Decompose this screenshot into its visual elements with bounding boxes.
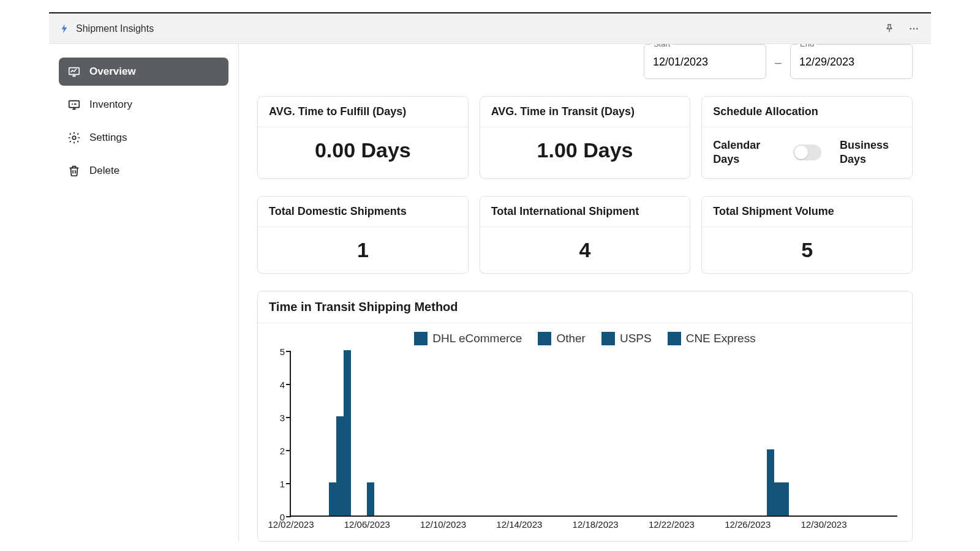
chart-legend: DHL eCommerce Other USPS CNE Express: [273, 332, 897, 345]
card-avg-fulfill: AVG. Time to Fulfill (Days) 0.00 Days: [257, 96, 469, 179]
y-tick-label: 2: [280, 445, 285, 455]
legend-swatch-icon: [538, 332, 551, 345]
page-title: Shipment Insights: [76, 23, 154, 34]
chart-title: Time in Transit Shipping Method: [258, 291, 912, 323]
card-title: Total International Shipment: [480, 197, 690, 227]
card-value: 5: [702, 227, 912, 273]
x-tick-label: 12/22/2023: [649, 519, 695, 530]
sidebar-item-label: Settings: [89, 132, 127, 144]
card-value: 0.00 Days: [258, 127, 468, 173]
legend-item[interactable]: DHL eCommerce: [414, 332, 522, 345]
x-tick-label: 12/02/2023: [268, 519, 314, 530]
legend-swatch-icon: [414, 332, 428, 345]
card-title: Total Shipment Volume: [702, 197, 912, 227]
gear-icon: [67, 131, 81, 144]
x-tick-label: 12/06/2023: [344, 519, 390, 530]
x-tick-label: 12/18/2023: [573, 519, 619, 530]
inventory-icon: [67, 98, 81, 111]
x-tick-label: 12/14/2023: [496, 519, 542, 530]
svg-point-1: [913, 28, 915, 29]
date-range: Start – End: [257, 44, 913, 79]
sidebar-item-delete[interactable]: Delete: [59, 157, 228, 185]
y-tick-label: 5: [280, 346, 285, 356]
card-title: Schedule Allocation: [702, 97, 912, 127]
sidebar-item-inventory[interactable]: Inventory: [59, 91, 228, 119]
sidebar-item-label: Overview: [89, 66, 136, 78]
card-value: 4: [480, 227, 690, 273]
trash-icon: [67, 164, 81, 178]
chart-bar[interactable]: [767, 449, 774, 515]
legend-item[interactable]: Other: [538, 332, 586, 345]
legend-item[interactable]: USPS: [601, 332, 652, 345]
card-schedule-allocation: Schedule Allocation Calendar Days Busine…: [701, 96, 913, 179]
y-tick-label: 1: [280, 478, 285, 489]
legend-item[interactable]: CNE Express: [668, 332, 756, 345]
card-shipment-volume: Total Shipment Volume 5: [701, 196, 913, 274]
y-tick-label: 3: [280, 412, 285, 422]
chart-time-in-transit: Time in Transit Shipping Method DHL eCom…: [257, 291, 913, 542]
legend-swatch-icon: [668, 332, 681, 345]
x-tick-label: 12/10/2023: [420, 519, 466, 530]
chart-bar[interactable]: [782, 482, 789, 515]
svg-point-0: [910, 28, 911, 29]
card-title: AVG. Time in Transit (Days): [480, 97, 690, 127]
schedule-toggle[interactable]: [793, 144, 821, 160]
card-value: 1: [258, 227, 468, 273]
date-range-separator: –: [775, 56, 782, 70]
sidebar-item-label: Delete: [89, 165, 119, 177]
card-avg-transit: AVG. Time in Transit (Days) 1.00 Days: [480, 96, 691, 179]
sidebar: Overview Inventory Settings Delete: [49, 44, 239, 542]
end-date-input[interactable]: [790, 44, 913, 79]
card-international-shipments: Total International Shipment 4: [480, 196, 691, 274]
y-tick-label: 4: [280, 379, 285, 389]
card-domestic-shipments: Total Domestic Shipments 1: [257, 196, 469, 274]
x-tick-label: 12/30/2023: [801, 519, 846, 530]
end-date-label: End: [797, 44, 816, 48]
chart-bar[interactable]: [344, 350, 351, 515]
start-date-input[interactable]: [644, 44, 766, 79]
titlebar: Shipment Insights: [49, 13, 931, 44]
chart-bar[interactable]: [367, 482, 374, 515]
sidebar-item-settings[interactable]: Settings: [59, 124, 228, 152]
x-tick-label: 12/26/2023: [725, 519, 771, 530]
card-value: 1.00 Days: [480, 127, 690, 173]
toggle-right-label: Business Days: [840, 138, 901, 167]
start-date-label: Start: [651, 44, 673, 48]
svg-point-2: [916, 28, 918, 29]
chart-bar[interactable]: [336, 416, 344, 515]
legend-swatch-icon: [601, 332, 615, 345]
more-button[interactable]: [907, 21, 921, 36]
sidebar-item-overview[interactable]: Overview: [59, 58, 228, 86]
sidebar-item-label: Inventory: [89, 99, 132, 111]
chart-bar[interactable]: [329, 482, 336, 515]
app-logo-icon: [59, 23, 70, 34]
pin-button[interactable]: [882, 21, 897, 36]
main-content: Start – End AVG. Time to Fulfill (Days) …: [239, 44, 931, 542]
card-title: AVG. Time to Fulfill (Days): [258, 97, 468, 127]
svg-point-5: [72, 136, 76, 140]
chart-bar[interactable]: [774, 482, 782, 515]
toggle-left-label: Calendar Days: [713, 138, 774, 167]
chart-plot-area: 012345 12/02/202312/06/202312/10/202312/…: [273, 351, 897, 535]
overview-icon: [67, 65, 81, 78]
card-title: Total Domestic Shipments: [258, 197, 468, 227]
